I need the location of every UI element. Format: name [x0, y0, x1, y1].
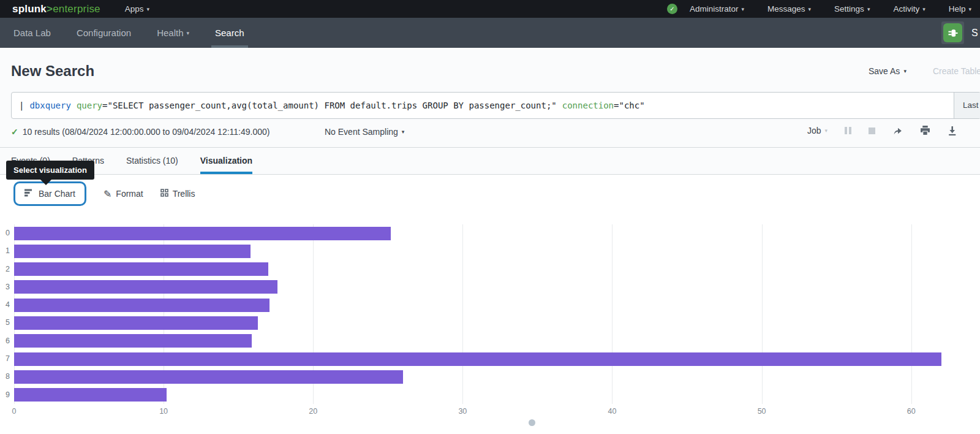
app-name-partial: S — [971, 28, 980, 39]
save-as-button[interactable]: Save As ▾ — [869, 66, 907, 76]
logo-enterprise: enterprise — [53, 3, 100, 15]
bar[interactable] — [14, 334, 252, 348]
y-axis-label: 2 — [0, 261, 10, 278]
bar-row — [14, 332, 980, 350]
export-icon[interactable] — [948, 126, 957, 135]
caret-down-icon: ▾ — [809, 6, 812, 12]
bar-row — [14, 386, 980, 404]
plug-icon — [943, 23, 962, 42]
y-axis-label: 3 — [0, 278, 10, 296]
format-label: Format — [116, 189, 143, 199]
y-axis-label: 0 — [0, 224, 10, 242]
y-axis-label: 6 — [0, 332, 10, 350]
stop-icon — [869, 128, 875, 134]
logo-splunk: splunk — [12, 3, 47, 15]
format-button[interactable]: ✎ Format — [104, 188, 143, 200]
bar[interactable] — [14, 245, 251, 258]
save-as-label: Save As — [869, 66, 900, 76]
job-label: Job — [807, 126, 821, 135]
y-axis-label: 7 — [0, 350, 10, 368]
bar-row — [14, 350, 980, 368]
nav-item-search[interactable]: Search — [215, 18, 244, 48]
bar[interactable] — [14, 299, 270, 312]
topbar-right: ✓ Administrator ▾ Messages ▾ Settings ▾ … — [667, 4, 980, 14]
y-axis-label: 9 — [0, 386, 10, 404]
event-sampling-menu[interactable]: No Event Sampling ▾ — [325, 127, 404, 137]
caret-down-icon: ▾ — [742, 6, 745, 12]
administrator-label: Administrator — [690, 4, 739, 13]
visualization-controls: Bar Chart ✎ Format Trellis — [13, 181, 195, 206]
nav-item-health[interactable]: Health ▾ — [157, 18, 189, 48]
search-query-text: |dbxqueryquery="SELECT passenger_count,a… — [19, 93, 645, 118]
messages-menu[interactable]: Messages ▾ — [767, 4, 811, 13]
job-menu[interactable]: Job ▾ — [807, 126, 827, 135]
print-icon[interactable] — [920, 126, 930, 135]
query-param1-value: ="SELECT passenger_count,avg(total_amoun… — [102, 101, 557, 110]
search-input[interactable]: |dbxqueryquery="SELECT passenger_count,a… — [11, 92, 980, 119]
app-nav-items: Data Lab Configuration Health ▾ Search — [0, 18, 244, 48]
x-axis-label: 20 — [309, 407, 317, 416]
nav-item-data-lab[interactable]: Data Lab — [13, 18, 51, 48]
help-label: Help — [949, 4, 966, 13]
chart-type-picker-button[interactable]: Bar Chart — [13, 181, 86, 206]
bar[interactable] — [14, 352, 941, 366]
bar[interactable] — [14, 280, 277, 294]
results-bar: ✓ 10 results (08/04/2024 12:00:00.000 to… — [0, 119, 980, 148]
x-axis-label: 0 — [12, 407, 17, 416]
job-controls: Job ▾ — [807, 126, 957, 135]
pagination-dot[interactable] — [529, 419, 535, 426]
chart-type-label: Bar Chart — [39, 189, 75, 199]
apps-label: Apps — [125, 4, 144, 13]
apps-menu[interactable]: Apps ▾ — [125, 4, 149, 13]
share-icon[interactable] — [892, 126, 903, 135]
create-table-view-button[interactable]: Create Table View — [933, 66, 980, 76]
select-visualization-tooltip: Select visualization — [6, 161, 94, 180]
help-menu[interactable]: Help ▾ — [949, 4, 971, 13]
query-pipe: | — [19, 101, 24, 110]
bar-chart-icon — [24, 189, 33, 199]
results-summary: ✓ 10 results (08/04/2024 12:00:00.000 to… — [11, 127, 270, 137]
tab-statistics[interactable]: Statistics (10) — [126, 156, 178, 174]
results-summary-text: 10 results (08/04/2024 12:00:00.000 to 0… — [23, 127, 270, 137]
chart-rows — [14, 224, 980, 404]
bar-row — [14, 242, 980, 260]
settings-menu[interactable]: Settings ▾ — [834, 4, 870, 13]
result-tabs: Events (0) Patterns Statistics (10) Visu… — [0, 148, 980, 175]
query-param2-name: connection — [562, 101, 614, 110]
chart-xlabels: 0102030405060 — [14, 407, 980, 418]
pencil-icon: ✎ — [104, 188, 111, 200]
bar[interactable] — [14, 262, 268, 276]
caret-down-icon: ▾ — [402, 129, 405, 135]
bar-row — [14, 224, 980, 242]
caret-down-icon: ▾ — [968, 6, 971, 12]
splunk-logo[interactable]: splunk>enterprise — [12, 3, 100, 15]
y-axis-label: 4 — [0, 296, 10, 314]
bar-row — [14, 368, 980, 386]
top-bar: splunk>enterprise Apps ▾ ✓ Administrator… — [0, 0, 980, 18]
bar[interactable] — [14, 388, 167, 402]
db-connect-app-button[interactable] — [941, 21, 964, 44]
bar-row — [14, 314, 980, 332]
data-lab-label: Data Lab — [13, 28, 51, 38]
event-sampling-label: No Event Sampling — [325, 127, 398, 137]
tab-visualization[interactable]: Visualization — [200, 156, 252, 174]
time-range-picker[interactable]: Last — [954, 93, 980, 118]
nav-item-configuration[interactable]: Configuration — [77, 18, 131, 48]
y-axis-label: 5 — [0, 314, 10, 332]
messages-label: Messages — [767, 4, 805, 13]
bar[interactable] — [14, 370, 403, 384]
query-param2-value: ="chc" — [614, 101, 645, 110]
caret-down-icon: ▾ — [903, 68, 907, 74]
x-axis-label: 30 — [458, 407, 467, 416]
administrator-menu[interactable]: Administrator ▾ — [690, 4, 744, 13]
trellis-button[interactable]: Trellis — [160, 189, 195, 199]
caret-down-icon: ▾ — [922, 6, 925, 12]
caret-down-icon: ▾ — [867, 6, 870, 12]
bar-row — [14, 296, 980, 314]
bar[interactable] — [14, 316, 258, 330]
bar[interactable] — [14, 227, 391, 240]
chart-ylabels: 0123456789 — [0, 224, 10, 404]
caret-down-icon: ▾ — [147, 6, 150, 12]
health-status-icon[interactable]: ✓ — [667, 4, 677, 14]
activity-menu[interactable]: Activity ▾ — [893, 4, 925, 13]
